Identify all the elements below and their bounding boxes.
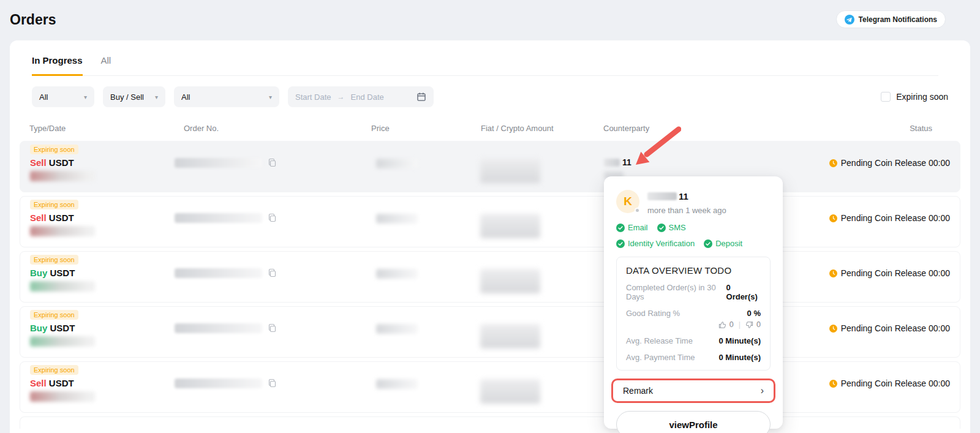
avg-payment-value: 0 Minute(s) bbox=[718, 353, 761, 362]
chevron-right-icon: › bbox=[761, 386, 764, 395]
column-fiat-crypto: Fiat / Crypto Amount bbox=[481, 124, 554, 133]
divider: | bbox=[739, 320, 741, 329]
thumbs-down-icon bbox=[745, 321, 753, 329]
copy-icon[interactable] bbox=[268, 323, 277, 333]
counterparty-cell[interactable]: 11 bbox=[604, 157, 631, 179]
tabs: In Progress All bbox=[32, 55, 938, 76]
redacted-date bbox=[30, 391, 95, 402]
order-status: Pending Coin Release 00:00 bbox=[829, 323, 950, 333]
verification-sms: SMS bbox=[657, 223, 686, 232]
end-date-placeholder: End Date bbox=[351, 92, 384, 102]
counterparty-name: 11 bbox=[622, 157, 631, 167]
last-seen-text: more than 1 week ago bbox=[647, 206, 726, 215]
verification-label: Deposit bbox=[715, 239, 742, 248]
avg-payment-label: Avg. Payment Time bbox=[626, 353, 695, 362]
filter-status-value: All bbox=[181, 92, 190, 102]
redacted-price bbox=[376, 214, 418, 224]
verification-label: SMS bbox=[669, 223, 686, 232]
clock-icon bbox=[829, 214, 837, 222]
filter-side-value: Buy / Sell bbox=[110, 92, 144, 102]
filters-bar: All ▾ Buy / Sell ▾ All ▾ Start Date → En… bbox=[32, 86, 948, 107]
counterparty-name: 11 bbox=[679, 191, 688, 201]
order-status-text: Pending Coin Release 00:00 bbox=[841, 378, 950, 388]
column-status: Status bbox=[910, 124, 932, 133]
verification-email: Email bbox=[616, 223, 648, 232]
redacted-amount bbox=[480, 379, 540, 404]
redacted-amount bbox=[480, 159, 540, 183]
thumbs-down-count: 0 bbox=[756, 320, 761, 329]
clock-icon bbox=[829, 325, 837, 333]
date-range-input[interactable]: Start Date → End Date bbox=[288, 86, 434, 107]
view-profile-button[interactable]: viewProfile bbox=[616, 411, 771, 433]
checkbox-icon bbox=[881, 92, 891, 102]
expiring-soon-badge: Expiring soon bbox=[30, 255, 78, 265]
redacted-price bbox=[376, 324, 418, 334]
order-status: Pending Coin Release 00:00 bbox=[829, 213, 950, 223]
chevron-down-icon: ▾ bbox=[269, 94, 272, 100]
counterparty-popup: K 11 more than 1 week ago Email SMS Iden… bbox=[604, 176, 783, 429]
redacted-date bbox=[30, 226, 95, 236]
telegram-notifications-label: Telegram Notifications bbox=[859, 15, 937, 24]
chevron-down-icon: ▾ bbox=[155, 94, 158, 100]
clock-icon bbox=[829, 380, 837, 388]
redacted-amount bbox=[480, 324, 540, 348]
remark-button[interactable]: Remark › bbox=[613, 380, 774, 401]
column-type-date: Type/Date bbox=[29, 124, 66, 133]
clock-icon bbox=[829, 159, 837, 167]
order-coin: USDT bbox=[49, 378, 74, 388]
telegram-notifications-button[interactable]: Telegram Notifications bbox=[836, 10, 946, 28]
clock-icon bbox=[829, 269, 837, 277]
redacted-price bbox=[376, 159, 418, 168]
order-row[interactable]: Expiring soon Sell USDT Pending Coin Rel… bbox=[20, 361, 960, 413]
tab-all[interactable]: All bbox=[101, 55, 111, 75]
redacted-order-no bbox=[175, 213, 262, 223]
copy-icon[interactable] bbox=[268, 268, 277, 277]
order-coin: USDT bbox=[50, 268, 75, 278]
redacted-counterparty-name bbox=[604, 159, 620, 167]
avatar: K bbox=[616, 190, 639, 213]
remark-highlight-annotation: Remark › bbox=[611, 378, 775, 403]
chevron-down-icon: ▾ bbox=[84, 94, 87, 100]
copy-icon[interactable] bbox=[268, 378, 277, 388]
filter-coin-select[interactable]: All ▾ bbox=[32, 86, 94, 107]
order-side: Buy bbox=[30, 323, 47, 333]
completed-orders-label: Completed Order(s) in 30 Days bbox=[626, 283, 726, 301]
tab-in-progress[interactable]: In Progress bbox=[32, 55, 83, 76]
redacted-amount bbox=[480, 214, 540, 238]
order-row[interactable]: Expiring soon Buy USDT Pending Coin Rele… bbox=[20, 306, 960, 358]
filter-coin-value: All bbox=[39, 92, 48, 102]
verification-label: Email bbox=[628, 223, 648, 232]
verification-badges: Email SMS Identity Verification Deposit bbox=[616, 223, 771, 248]
check-circle-icon bbox=[657, 224, 666, 232]
telegram-icon bbox=[845, 15, 854, 24]
offline-status-dot bbox=[635, 208, 640, 213]
copy-icon[interactable] bbox=[268, 213, 277, 222]
order-row[interactable]: Expiring soon Buy USDT Pending Coin Rele… bbox=[20, 251, 960, 303]
expiring-soon-badge: Expiring soon bbox=[30, 200, 78, 209]
order-row[interactable]: Expiring soon Sell USDT 11 Pending Coin … bbox=[20, 141, 960, 192]
redacted-price bbox=[376, 269, 418, 279]
arrow-right-icon: → bbox=[337, 92, 345, 101]
order-coin: USDT bbox=[50, 323, 75, 333]
order-row[interactable]: Expiring soon Sell USDT Pending Coin Rel… bbox=[20, 196, 960, 247]
order-status-text: Pending Coin Release 00:00 bbox=[841, 213, 950, 223]
redacted-price bbox=[376, 379, 418, 389]
thumbs-up-icon bbox=[718, 321, 726, 329]
check-circle-icon bbox=[616, 224, 625, 232]
avg-release-value: 0 Minute(s) bbox=[718, 336, 761, 345]
order-status-text: Pending Coin Release 00:00 bbox=[841, 158, 950, 168]
filter-status-select[interactable]: All ▾ bbox=[174, 86, 279, 107]
redacted-order-no bbox=[175, 268, 262, 278]
copy-icon[interactable] bbox=[268, 158, 277, 167]
redacted-date bbox=[30, 171, 95, 181]
expiring-soon-badge: Expiring soon bbox=[30, 310, 78, 320]
verification-identity: Identity Verification bbox=[616, 239, 695, 248]
good-rating-label: Good Rating % bbox=[626, 309, 680, 318]
column-order-no: Order No. bbox=[184, 124, 219, 133]
start-date-placeholder: Start Date bbox=[295, 92, 331, 102]
expiring-soon-checkbox[interactable]: Expiring soon bbox=[881, 92, 948, 102]
filter-side-select[interactable]: Buy / Sell ▾ bbox=[103, 86, 165, 107]
order-row-partial bbox=[20, 416, 960, 429]
expiring-soon-badge: Expiring soon bbox=[30, 365, 78, 375]
remark-label: Remark bbox=[623, 386, 653, 396]
